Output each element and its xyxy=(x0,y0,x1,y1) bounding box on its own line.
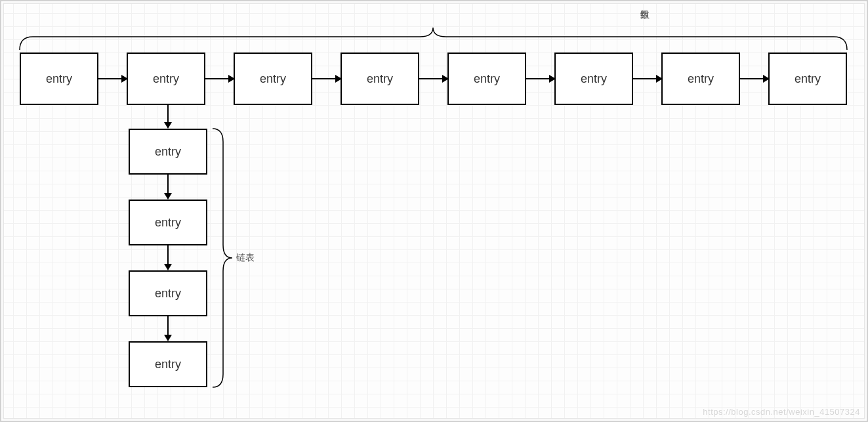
entry-text: entry xyxy=(46,72,72,86)
watermark: https://blog.csdn.net/weixin_41507324 xyxy=(703,407,860,417)
entry-text: entry xyxy=(367,72,393,86)
arrow-down-icon xyxy=(167,105,169,127)
entry-text: entry xyxy=(795,72,821,86)
arrow-down-icon xyxy=(167,316,169,340)
chain-brace xyxy=(213,129,232,387)
array-entry-7: entry xyxy=(768,53,847,105)
chain-entry-0: entry xyxy=(129,129,207,175)
entry-text: entry xyxy=(581,72,607,86)
arrow-right-icon xyxy=(312,78,341,79)
arrow-right-icon xyxy=(419,78,447,79)
entry-text: entry xyxy=(155,145,181,159)
entry-text: entry xyxy=(155,287,181,301)
array-entry-5: entry xyxy=(554,53,633,105)
array-entry-0: entry xyxy=(20,53,98,105)
diagram-canvas: 数组 entry entry entry entry entry entry e… xyxy=(0,0,868,422)
arrow-right-icon xyxy=(526,78,554,79)
arrow-right-icon xyxy=(98,78,127,79)
array-entry-3: entry xyxy=(341,53,419,105)
array-entry-4: entry xyxy=(447,53,526,105)
chain-entry-2: entry xyxy=(129,270,207,316)
array-entry-1: entry xyxy=(127,53,205,105)
arrow-right-icon xyxy=(205,78,234,79)
top-brace xyxy=(20,28,847,50)
entry-text: entry xyxy=(474,72,500,86)
arrow-down-icon xyxy=(167,175,169,198)
entry-text: entry xyxy=(688,72,714,86)
entry-text: entry xyxy=(155,216,181,230)
array-entry-2: entry xyxy=(234,53,312,105)
arrow-down-icon xyxy=(167,245,169,269)
entry-text: entry xyxy=(155,358,181,371)
linked-list-label: 链表 xyxy=(236,252,255,264)
array-entry-6: entry xyxy=(661,53,740,105)
arrow-right-icon xyxy=(740,78,768,79)
arrow-right-icon xyxy=(633,78,661,79)
entry-text: entry xyxy=(260,72,286,86)
entry-text: entry xyxy=(153,72,179,86)
chain-entry-3: entry xyxy=(129,341,207,387)
chain-entry-1: entry xyxy=(129,200,207,245)
